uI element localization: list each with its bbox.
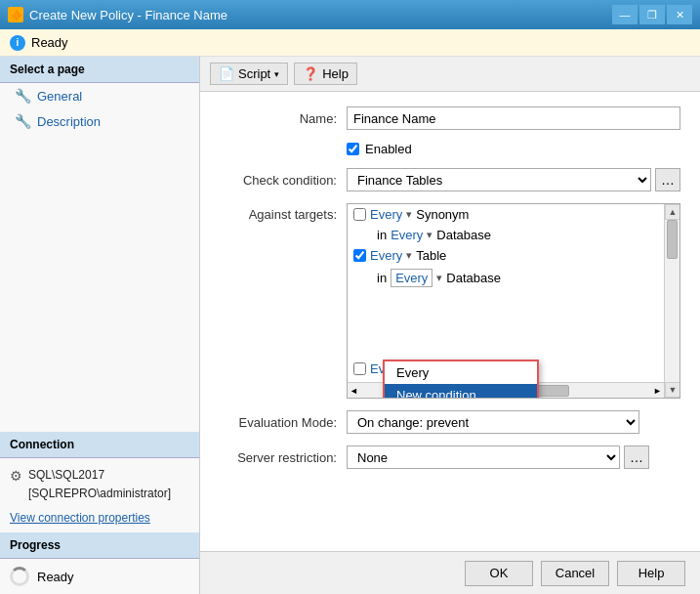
name-input[interactable] [347, 106, 680, 130]
targets-box: Every ▾ Synonym in Every ▾ Database [347, 203, 680, 399]
wrench-icon-2: 🔧 [15, 113, 31, 129]
name-label: Name: [220, 111, 337, 126]
scroll-thumb[interactable] [667, 220, 678, 259]
help-dialog-button[interactable]: Help [617, 561, 685, 586]
eval-mode-label: Evaluation Mode: [220, 415, 337, 430]
info-icon: i [10, 35, 25, 51]
synonym-db-every-link[interactable]: Every [391, 228, 423, 242]
check-condition-select[interactable]: Finance Tables [347, 168, 651, 191]
server-restriction-select[interactable]: None [347, 446, 620, 469]
synonym-label: Synonym [416, 207, 469, 222]
connection-server: SQL\SQL2017 [28, 466, 171, 485]
window-title: Create New Policy - Finance Name [29, 8, 227, 22]
table-every-link[interactable]: Every [370, 248, 402, 263]
connection-info: ⚙ SQL\SQL2017 [SQLREPRO\administrator] [0, 458, 199, 511]
title-bar: 🔶 Create New Policy - Finance Name — ❐ ✕ [0, 0, 700, 29]
synonym-arrow[interactable]: ▾ [406, 208, 412, 221]
target-row-table-db: in Every ▾ Database Every New condition.… [348, 266, 679, 290]
status-text: Ready [31, 35, 68, 50]
eval-mode-select[interactable]: On change: prevent [347, 410, 639, 434]
synonym-db-label: Database [436, 228, 491, 242]
sidebar: Select a page 🔧 General 🔧 Description Co… [0, 57, 200, 594]
table-db-label: Database [446, 271, 501, 285]
check-condition-row: Check condition: Finance Tables … [220, 168, 680, 191]
wrench-icon: 🔧 [15, 88, 31, 104]
check-condition-browse-button[interactable]: … [655, 168, 680, 191]
script-dropdown-arrow: ▾ [274, 69, 279, 79]
view-connection-link[interactable]: View connection properties [0, 511, 199, 532]
eval-mode-row: Evaluation Mode: On change: prevent [220, 410, 680, 434]
sidebar-label-description: Description [37, 114, 101, 129]
enabled-label: Enabled [365, 142, 412, 156]
sidebar-label-general: General [37, 89, 82, 104]
server-restriction-browse-button[interactable]: … [624, 446, 649, 469]
server-restriction-row: Server restriction: None … [220, 446, 680, 469]
connection-icon: ⚙ [10, 468, 22, 484]
bottom-buttons: OK Cancel Help [200, 551, 700, 594]
ok-button[interactable]: OK [465, 561, 533, 586]
sidebar-item-description[interactable]: 🔧 Description [0, 108, 199, 134]
synonym-every-link[interactable]: Every [370, 207, 402, 222]
enabled-checkbox[interactable] [347, 143, 359, 155]
every-dropdown-popup: Every New condition... [383, 360, 539, 398]
script-label: Script [238, 66, 270, 81]
table-db-arrow[interactable]: ▾ [436, 272, 442, 284]
sidebar-item-general[interactable]: 🔧 General [0, 83, 199, 108]
connection-header: Connection [0, 432, 199, 458]
help-label: Help [322, 66, 349, 81]
help-button[interactable]: ❓ Help [294, 63, 357, 85]
table-arrow[interactable]: ▾ [406, 249, 412, 262]
restore-button[interactable]: ❐ [639, 5, 665, 24]
ev-checkbox[interactable] [353, 362, 366, 375]
cancel-button[interactable]: Cancel [541, 561, 609, 586]
vertical-scrollbar[interactable]: ▲ ▼ [664, 204, 679, 398]
synonym-checkbox[interactable] [353, 208, 366, 221]
name-row: Name: [220, 106, 680, 130]
spinner-icon [10, 567, 29, 586]
target-row-synonym: Every ▾ Synonym [348, 204, 679, 225]
scroll-up-arrow[interactable]: ▲ [665, 204, 680, 220]
script-button[interactable]: 📄 Script ▾ [210, 63, 288, 85]
table-label: Table [416, 248, 446, 263]
synonym-db-arrow[interactable]: ▾ [427, 229, 432, 241]
script-icon: 📄 [219, 66, 234, 81]
hscroll-right-arrow[interactable]: ► [651, 386, 664, 396]
progress-status-row: Ready [0, 559, 199, 594]
progress-header: Progress [0, 532, 199, 559]
minimize-button[interactable]: — [612, 5, 638, 24]
hscroll-left-arrow[interactable]: ◄ [348, 386, 360, 396]
check-condition-label: Check condition: [220, 173, 337, 188]
select-page-header: Select a page [0, 57, 199, 83]
enabled-row: Enabled [347, 142, 680, 156]
scroll-down-arrow[interactable]: ▼ [665, 382, 680, 398]
help-icon: ❓ [303, 66, 318, 81]
target-row-table: Every ▾ Table [348, 245, 679, 266]
close-button[interactable]: ✕ [667, 5, 692, 24]
against-targets-label: Against targets: [220, 203, 337, 399]
app-icon: 🔶 [8, 7, 23, 22]
progress-status-text: Ready [37, 570, 74, 584]
toolbar: 📄 Script ▾ ❓ Help [200, 57, 700, 92]
target-row-synonym-db: in Every ▾ Database [348, 225, 679, 245]
table-db-every-link[interactable]: Every [391, 269, 432, 287]
targets-scroll-area[interactable]: Every ▾ Synonym in Every ▾ Database [348, 204, 679, 398]
dropdown-option-every[interactable]: Every [385, 361, 537, 384]
form-area: Name: Enabled Check condition: Finance T… [200, 92, 700, 551]
targets-section: Against targets: Every ▾ Synonym in [220, 203, 680, 399]
in-label-1: in [377, 228, 387, 242]
server-restriction-label: Server restriction: [220, 450, 337, 465]
status-bar: i Ready [0, 29, 700, 57]
in-label-2: in [377, 271, 387, 285]
table-checkbox[interactable] [353, 249, 366, 262]
dropdown-option-new-condition[interactable]: New condition... [385, 384, 537, 398]
connection-user: [SQLREPRO\administrator] [28, 485, 171, 503]
